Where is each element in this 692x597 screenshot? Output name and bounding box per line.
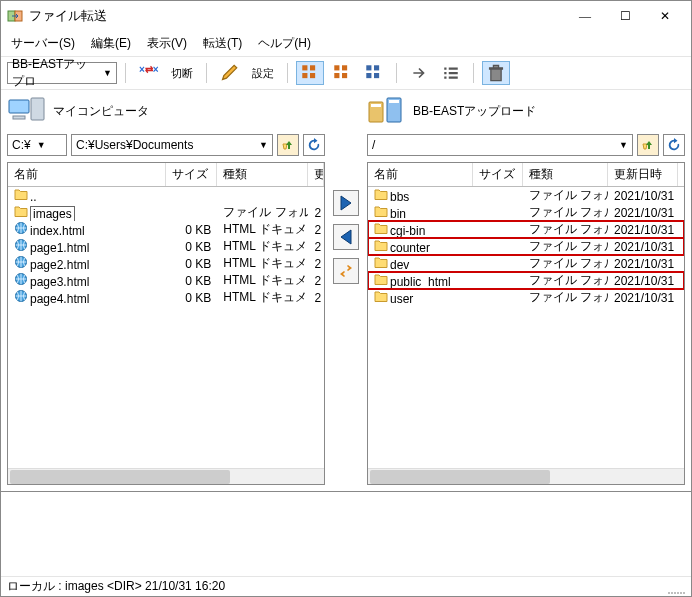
local-refresh-button[interactable] <box>303 134 325 156</box>
remote-up-button[interactable] <box>637 134 659 156</box>
table-row[interactable]: page3.html0 KBHTML ドキュメント2 <box>8 272 324 289</box>
remote-file-list[interactable]: 名前 サイズ 種類 更新日時 bbsファイル フォルダー2021/10/31bi… <box>367 162 685 485</box>
col-extra[interactable]: 更 <box>308 163 324 186</box>
col-name[interactable]: 名前 <box>368 163 473 186</box>
col-size[interactable]: サイズ <box>166 163 217 186</box>
local-file-list[interactable]: 名前 サイズ 種類 更 ..imagesファイル フォルダー2index.htm… <box>7 162 325 485</box>
app-icon <box>7 8 23 24</box>
local-pane: マイコンピュータ C:¥ ▼ C:¥Users¥Documents ▼ 名前 サ… <box>1 90 331 491</box>
transfer-right-button[interactable] <box>405 61 433 85</box>
drive-combo[interactable]: C:¥ ▼ <box>7 134 67 156</box>
scroll-thumb[interactable] <box>370 470 550 484</box>
folder-icon <box>374 221 388 235</box>
table-row[interactable]: page4.html0 KBHTML ドキュメント2 <box>8 289 324 306</box>
main-split: マイコンピュータ C:¥ ▼ C:¥Users¥Documents ▼ 名前 サ… <box>1 90 691 491</box>
connect-button[interactable]: ×⇄× <box>134 61 162 85</box>
folder-icon <box>374 272 388 286</box>
server-icon <box>367 94 407 128</box>
local-title: マイコンピュータ <box>53 103 149 120</box>
table-row[interactable]: page1.html0 KBHTML ドキュメント2 <box>8 238 324 255</box>
title-bar: ファイル転送 ― ☐ ✕ <box>1 1 691 31</box>
arrow-right-icon <box>410 64 428 82</box>
refresh-icon <box>307 138 321 152</box>
grid-icon <box>301 64 319 82</box>
disconnect-button[interactable]: 切断 <box>166 61 198 85</box>
menu-server[interactable]: サーバー(S) <box>3 33 83 54</box>
table-row[interactable]: userファイル フォルダー2021/10/31 <box>368 289 684 306</box>
sync-button[interactable] <box>333 258 359 284</box>
table-row[interactable]: public_htmlファイル フォルダー2021/10/31 <box>368 272 684 289</box>
html-icon <box>14 221 28 235</box>
computer-icon <box>7 94 47 128</box>
maximize-button[interactable]: ☐ <box>605 2 645 30</box>
folder-icon <box>14 204 28 218</box>
chevron-down-icon: ▼ <box>259 140 268 150</box>
toolbar: BB-EASTアップロ ▼ ×⇄× 切断 設定 <box>1 57 691 90</box>
chevron-down-icon: ▼ <box>37 140 46 150</box>
scroll-thumb[interactable] <box>10 470 230 484</box>
arrow-left-icon <box>337 228 355 246</box>
connection-combo-label: BB-EASTアップロ <box>12 56 97 90</box>
table-row[interactable]: imagesファイル フォルダー2 <box>8 204 324 221</box>
table-row[interactable]: counterファイル フォルダー2021/10/31 <box>368 238 684 255</box>
status-bar: ローカル : images <DIR> 21/10/31 16:20 <box>1 576 691 596</box>
grid-icon <box>365 64 383 82</box>
close-button[interactable]: ✕ <box>645 2 685 30</box>
table-row[interactable]: devファイル フォルダー2021/10/31 <box>368 255 684 272</box>
mode-2-button[interactable] <box>328 61 356 85</box>
chevron-down-icon: ▼ <box>103 68 112 78</box>
connect-icon: ×⇄× <box>139 64 157 82</box>
html-icon <box>14 272 28 286</box>
list-button[interactable] <box>437 61 465 85</box>
menu-transfer[interactable]: 転送(T) <box>195 33 250 54</box>
sync-icon <box>337 262 355 280</box>
minimize-button[interactable]: ― <box>565 2 605 30</box>
folder-icon <box>374 238 388 252</box>
menu-view[interactable]: 表示(V) <box>139 33 195 54</box>
folder-icon <box>14 187 28 201</box>
transfer-bar <box>331 90 361 491</box>
local-path-combo[interactable]: C:¥Users¥Documents ▼ <box>71 134 273 156</box>
remote-hscroll[interactable] <box>368 468 684 484</box>
log-area[interactable] <box>1 491 691 576</box>
col-name[interactable]: 名前 <box>8 163 166 186</box>
mode-3-button[interactable] <box>360 61 388 85</box>
upload-button[interactable] <box>333 190 359 216</box>
local-path-label: C:¥Users¥Documents <box>76 138 253 152</box>
table-row[interactable]: binファイル フォルダー2021/10/31 <box>368 204 684 221</box>
menu-edit[interactable]: 編集(E) <box>83 33 139 54</box>
table-row[interactable]: .. <box>8 187 324 204</box>
col-size[interactable]: サイズ <box>473 163 523 186</box>
col-date[interactable]: 更新日時 <box>608 163 678 186</box>
size-grip[interactable] <box>667 580 685 594</box>
settings-button[interactable]: 設定 <box>247 61 279 85</box>
trash-icon <box>487 64 505 82</box>
local-hscroll[interactable] <box>8 468 324 484</box>
window-title: ファイル転送 <box>29 7 565 25</box>
edit-button[interactable] <box>215 61 243 85</box>
local-up-button[interactable] <box>277 134 299 156</box>
table-row[interactable]: page2.html0 KBHTML ドキュメント2 <box>8 255 324 272</box>
table-row[interactable]: index.html0 KBHTML ドキュメント2 <box>8 221 324 238</box>
download-button[interactable] <box>333 224 359 250</box>
drive-label: C:¥ <box>12 138 31 152</box>
col-type[interactable]: 種類 <box>523 163 608 186</box>
folder-icon <box>374 204 388 218</box>
pencil-icon <box>220 64 238 82</box>
remote-pane: BB-EASTアップロード / ▼ 名前 サイズ 種類 更新日時 bbsファイル… <box>361 90 691 491</box>
remote-refresh-button[interactable] <box>663 134 685 156</box>
col-type[interactable]: 種類 <box>217 163 308 186</box>
html-icon <box>14 255 28 269</box>
table-row[interactable]: bbsファイル フォルダー2021/10/31 <box>368 187 684 204</box>
mode-1-button[interactable] <box>296 61 324 85</box>
folder-icon <box>374 255 388 269</box>
remote-path-label: / <box>372 138 613 152</box>
table-row[interactable]: cgi-binファイル フォルダー2021/10/31 <box>368 221 684 238</box>
remote-path-combo[interactable]: / ▼ <box>367 134 633 156</box>
html-icon <box>14 289 28 303</box>
menu-help[interactable]: ヘルプ(H) <box>250 33 319 54</box>
connection-combo[interactable]: BB-EASTアップロ ▼ <box>7 62 117 84</box>
folder-up-icon <box>641 138 655 152</box>
html-icon <box>14 238 28 252</box>
delete-button[interactable] <box>482 61 510 85</box>
